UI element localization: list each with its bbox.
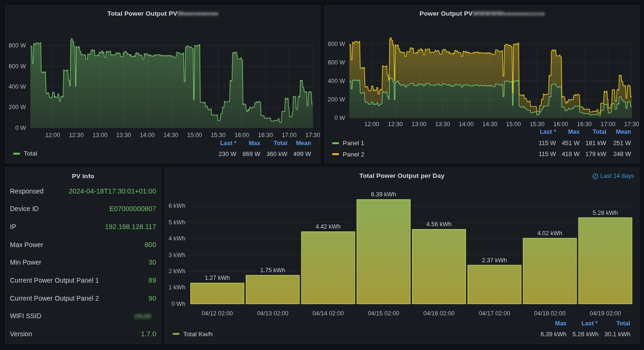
svg-text:15:00: 15:00 [506,121,521,128]
svg-text:04/15 02:00: 04/15 02:00 [368,310,399,317]
svg-text:13:00: 13:00 [411,121,426,128]
svg-text:2 kWh: 2 kWh [168,268,185,275]
svg-text:16:30: 16:30 [577,121,592,128]
svg-text:17:00: 17:00 [282,132,297,138]
svg-text:1 kWh: 1 kWh [168,284,185,291]
svg-text:17:00: 17:00 [601,121,616,128]
svg-text:04/13 02:00: 04/13 02:00 [257,310,289,317]
svg-text:16:00: 16:00 [234,132,249,138]
svg-text:6.39 kWh: 6.39 kWh [371,191,396,198]
svg-text:2.37 kWh: 2.37 kWh [482,257,507,264]
svg-text:16:00: 16:00 [553,121,568,128]
svg-text:16:30: 16:30 [258,132,273,138]
svg-text:12:30: 12:30 [69,132,84,138]
svg-text:200 W: 200 W [328,96,345,103]
svg-text:400 W: 400 W [9,83,26,90]
svg-text:0 Wh: 0 Wh [171,301,185,307]
svg-text:17:30: 17:30 [624,121,639,128]
svg-text:3 kWh: 3 kWh [168,252,185,258]
svg-text:14:30: 14:30 [483,121,497,128]
svg-text:04/12 02:00: 04/12 02:00 [202,310,233,317]
svg-text:04/19 02:00: 04/19 02:00 [589,310,621,317]
svg-text:14:00: 14:00 [140,132,155,138]
svg-text:4.56 kWh: 4.56 kWh [427,221,452,228]
svg-text:14:00: 14:00 [459,121,474,128]
svg-text:13:30: 13:30 [435,121,450,128]
svg-text:17:30: 17:30 [305,132,320,138]
svg-text:15:30: 15:30 [530,121,544,128]
svg-text:5 kWh: 5 kWh [168,219,185,226]
svg-text:15:00: 15:00 [187,132,202,138]
svg-text:1.75 kWh: 1.75 kWh [260,267,285,274]
svg-text:600 W: 600 W [9,63,26,70]
svg-text:800 W: 800 W [328,41,345,47]
svg-text:200 W: 200 W [9,104,26,111]
svg-text:800 W: 800 W [9,42,26,49]
svg-text:04/16 02:00: 04/16 02:00 [423,310,455,317]
svg-text:6 kWh: 6 kWh [168,203,185,209]
svg-text:12:00: 12:00 [364,121,379,128]
svg-text:5.28 kWh: 5.28 kWh [593,210,618,216]
svg-text:04/18 02:00: 04/18 02:00 [534,310,566,317]
svg-text:13:00: 13:00 [93,132,107,138]
svg-text:12:00: 12:00 [45,132,60,138]
svg-text:4.02 kWh: 4.02 kWh [537,230,562,237]
svg-text:400 W: 400 W [328,78,345,84]
svg-text:1.27 kWh: 1.27 kWh [205,275,230,281]
svg-text:0 W: 0 W [15,125,26,131]
svg-text:0 W: 0 W [335,115,345,121]
svg-text:4 kWh: 4 kWh [168,235,185,242]
svg-text:14:30: 14:30 [163,132,178,138]
svg-text:4.42 kWh: 4.42 kWh [316,223,341,230]
svg-text:15:30: 15:30 [211,132,225,138]
svg-text:04/14 02:00: 04/14 02:00 [312,310,344,317]
svg-text:600 W: 600 W [328,59,345,66]
svg-text:04/17 02:00: 04/17 02:00 [479,310,510,317]
svg-text:13:30: 13:30 [116,132,131,138]
svg-text:12:30: 12:30 [388,121,402,128]
